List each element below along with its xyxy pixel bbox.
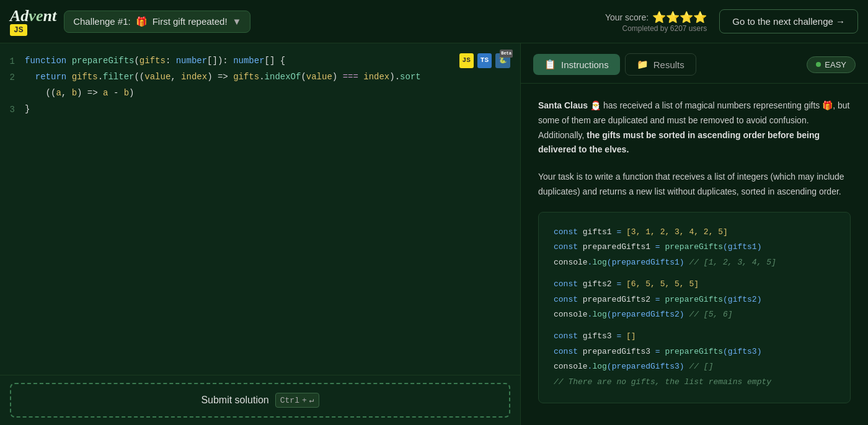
shortcut-ctrl: Ctrl: [280, 396, 299, 405]
panel-tabs: 📋 Instructions 📁 Results EASY: [521, 43, 868, 84]
code-example-line-8: const preparedGifts3 = prepareGifts(gift…: [554, 344, 835, 360]
tab-instructions[interactable]: 📋 Instructions: [533, 54, 620, 75]
chevron-down-icon: ▼: [232, 16, 242, 27]
difficulty-badge: EASY: [807, 56, 856, 73]
logo-js-badge: JS: [10, 24, 27, 36]
code-line-2b: ((a, b) => a - b): [0, 85, 520, 101]
line-number-2b: [0, 85, 25, 86]
logo: Advent JS: [10, 7, 56, 36]
line-content-3: }: [25, 102, 520, 117]
line-content-2b: ((a, b) => a - b): [25, 85, 520, 101]
code-line-3: 3 }: [0, 102, 520, 118]
instructions-panel: 📋 Instructions 📁 Results EASY Santa Clau…: [521, 43, 868, 425]
challenge-title: First gift repeated!: [153, 16, 228, 27]
tab-instructions-label: Instructions: [561, 59, 609, 70]
description-paragraph-1: Santa Claus 🎅 has received a list of mag…: [538, 99, 851, 157]
results-icon: 📁: [637, 59, 649, 70]
score-label: Your score:: [605, 12, 649, 22]
code-example-line-6: console.log(preparedGifts2) // [5, 6]: [554, 307, 835, 323]
line-number-3: 3: [0, 102, 25, 118]
code-example-line-9: console.log(preparedGifts3) // []: [554, 359, 835, 375]
score-section: Your score: ⭐⭐⭐⭐ Completed by 6207 users: [605, 11, 707, 33]
ts-badge[interactable]: TS: [477, 53, 492, 68]
editor-panel: JS TS 🐍 1 function prepareGifts(gifts: n…: [0, 43, 521, 425]
py-badge[interactable]: 🐍: [495, 53, 510, 68]
description-paragraph-2: Your task is to write a function that re…: [538, 170, 851, 199]
code-example-line-10: // There are no gifts, the list remains …: [554, 375, 835, 390]
code-example-line-1: const gifts1 = [3, 1, 2, 3, 4, 2, 5]: [554, 225, 835, 240]
code-line-1: 1 function prepareGifts(gifts: number[])…: [0, 53, 520, 69]
challenge-label: Challenge #1:: [73, 16, 131, 27]
line-content-1: function prepareGifts(gifts: number[]): …: [25, 53, 520, 69]
challenge-selector[interactable]: Challenge #1: 🎁 First gift repeated! ▼: [64, 11, 250, 33]
code-example-line-4: const gifts2 = [6, 5, 5, 5, 5]: [554, 277, 835, 292]
keyboard-shortcut: Ctrl + ↵: [275, 393, 319, 408]
instructions-icon: 📋: [544, 59, 556, 70]
code-editor[interactable]: JS TS 🐍 1 function prepareGifts(gifts: n…: [0, 43, 520, 375]
tab-results-label: Results: [653, 59, 684, 70]
submit-solution-button[interactable]: Submit solution Ctrl + ↵: [10, 383, 510, 418]
editor-footer: Submit solution Ctrl + ↵: [0, 375, 520, 425]
tab-results[interactable]: 📁 Results: [625, 53, 696, 76]
code-example-line-3: console.log(preparedGifts1) // [1, 2, 3,…: [554, 255, 835, 271]
score-stars: ⭐⭐⭐⭐: [652, 11, 707, 24]
language-badges: JS TS 🐍: [459, 53, 510, 68]
shortcut-plus: +: [302, 396, 307, 405]
line-number-1: 1: [0, 53, 25, 69]
code-example-line-7: const gifts3 = []: [554, 329, 835, 344]
next-challenge-label: Go to the next challenge →: [732, 16, 845, 27]
header: Advent JS Challenge #1: 🎁 First gift rep…: [0, 0, 868, 43]
challenge-emoji: 🎁: [136, 16, 148, 27]
score-completed: Completed by 6207 users: [605, 24, 707, 33]
main-content: JS TS 🐍 1 function prepareGifts(gifts: n…: [0, 43, 868, 425]
next-challenge-button[interactable]: Go to the next challenge →: [719, 9, 858, 33]
submit-label: Submit solution: [201, 395, 268, 406]
code-examples-block: const gifts1 = [3, 1, 2, 3, 4, 2, 5] con…: [538, 212, 851, 403]
line-number-2: 2: [0, 69, 25, 85]
js-badge[interactable]: JS: [459, 53, 474, 68]
line-content-2: return gifts.filter((value, index) => gi…: [25, 69, 520, 85]
difficulty-indicator: [816, 62, 821, 67]
code-example-line-2: const preparedGifts1 = prepareGifts(gift…: [554, 240, 835, 255]
code-line-2: 2 return gifts.filter((value, index) => …: [0, 69, 520, 85]
logo-advent-text: Advent: [10, 7, 56, 25]
panel-content: Santa Claus 🎅 has received a list of mag…: [521, 84, 868, 425]
header-right: Your score: ⭐⭐⭐⭐ Completed by 6207 users…: [605, 9, 858, 33]
difficulty-label: EASY: [825, 60, 846, 69]
code-example-line-5: const preparedGifts2 = prepareGifts(gift…: [554, 292, 835, 308]
shortcut-enter: ↵: [309, 395, 314, 405]
